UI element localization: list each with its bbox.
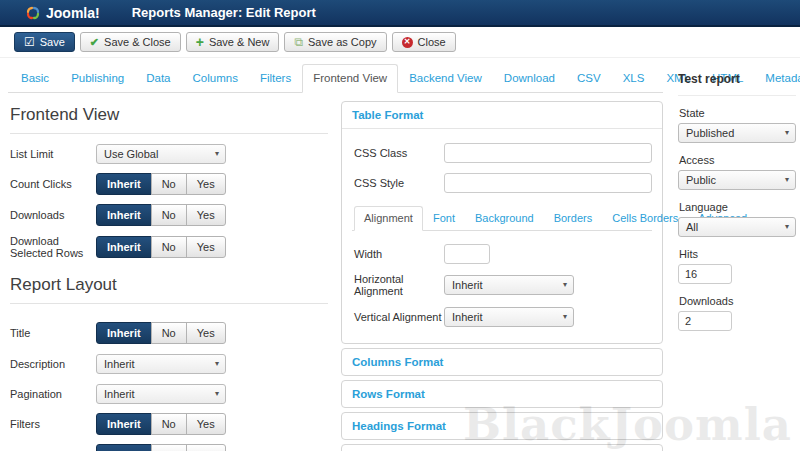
save-new-button[interactable]: + Save & New: [186, 32, 280, 52]
tab-basic[interactable]: Basic: [10, 64, 60, 93]
save-close-label: Save & Close: [104, 36, 171, 48]
joomla-logo-text: Joomla!: [46, 5, 100, 21]
tab-publishing[interactable]: Publishing: [60, 64, 135, 93]
top-navbar: Joomla! Reports Manager: Edit Report: [0, 0, 800, 27]
download-selected-rows-toggle: Inherit No Yes: [96, 236, 226, 258]
tab-xls[interactable]: XLS: [612, 64, 656, 93]
format-subtabs: Alignment Font Background Borders Cells …: [352, 206, 652, 231]
tab-columns[interactable]: Columns: [182, 64, 249, 93]
tab-frontend-view[interactable]: Frontend View: [302, 64, 398, 93]
css-style-input[interactable]: [444, 173, 652, 193]
description-value: Inherit: [104, 358, 135, 370]
save-new-label: Save & New: [209, 36, 270, 48]
chevron-down-icon: ▾: [785, 176, 789, 184]
title-yes-button[interactable]: Yes: [186, 322, 226, 344]
horizontal-alignment-select[interactable]: Inherit ▾: [444, 275, 574, 295]
chevron-down-icon: ▾: [785, 223, 789, 231]
width-input[interactable]: [444, 244, 490, 264]
tab-csv[interactable]: CSV: [566, 64, 612, 93]
width-label: Width: [352, 248, 444, 260]
headings-format-panel: Headings Format: [341, 412, 663, 440]
subtab-borders[interactable]: Borders: [544, 206, 603, 231]
count-clicks-row: Count Clicks Inherit No Yes: [8, 173, 328, 195]
row-numbers-row: Row Numbers Inherit No Yes: [8, 444, 328, 451]
filters-yes-button[interactable]: Yes: [186, 413, 226, 435]
tab-data[interactable]: Data: [135, 64, 181, 93]
content-area: Basic Publishing Data Columns Filters Fr…: [0, 58, 800, 451]
filters-toggle: Inherit No Yes: [96, 413, 226, 435]
tab-backend-view[interactable]: Backend View: [398, 64, 493, 93]
count-clicks-no-button[interactable]: No: [151, 173, 187, 195]
row-numbers-inherit-button[interactable]: Inherit: [96, 444, 152, 451]
vertical-alignment-row: Vertical Alignment Inherit ▾: [352, 306, 652, 327]
columns-format-header[interactable]: Columns Format: [342, 349, 662, 375]
table-format-body: CSS Class CSS Style Alignment Font Backg…: [342, 129, 662, 343]
row-numbers-no-button[interactable]: No: [151, 444, 187, 451]
pagination-row: Pagination Inherit ▾: [8, 383, 328, 404]
pagination-label: Pagination: [8, 388, 96, 400]
download-selected-rows-yes-button[interactable]: Yes: [186, 236, 226, 258]
list-limit-value: Use Global: [104, 148, 158, 160]
report-layout-heading: Report Layout: [10, 275, 328, 304]
state-value: Published: [686, 127, 734, 139]
tab-download[interactable]: Download: [493, 64, 566, 93]
hits-input[interactable]: [678, 264, 732, 284]
filters-label: Filters: [8, 418, 96, 430]
vertical-alignment-label: Vertical Alignment: [352, 311, 444, 323]
description-row: Description Inherit ▾: [8, 353, 328, 374]
downloads-inherit-button[interactable]: Inherit: [96, 204, 152, 226]
rows-format-header[interactable]: Rows Format: [342, 381, 662, 407]
description-select[interactable]: Inherit ▾: [96, 354, 226, 374]
save-close-button[interactable]: ✔ Save & Close: [80, 32, 181, 52]
save-copy-button[interactable]: ⧉ Save as Copy: [284, 32, 386, 52]
language-select[interactable]: All ▾: [678, 217, 796, 237]
access-select[interactable]: Public ▾: [678, 170, 796, 190]
download-selected-rows-row: Download Selected Rows Inherit No Yes: [8, 235, 328, 259]
filters-inherit-button[interactable]: Inherit: [96, 413, 152, 435]
subtab-alignment[interactable]: Alignment: [354, 206, 423, 231]
title-inherit-button[interactable]: Inherit: [96, 322, 152, 344]
tab-filters[interactable]: Filters: [249, 64, 302, 93]
downloads-row: Downloads Inherit No Yes: [8, 204, 328, 226]
subtab-font[interactable]: Font: [423, 206, 465, 231]
css-class-input[interactable]: [444, 143, 652, 163]
data-format-panel: Data Format: [341, 444, 663, 451]
count-clicks-inherit-button[interactable]: Inherit: [96, 173, 152, 195]
count-clicks-yes-button[interactable]: Yes: [186, 173, 226, 195]
check-icon: ✔: [90, 37, 99, 48]
row-numbers-yes-button[interactable]: Yes: [186, 444, 226, 451]
download-selected-rows-no-button[interactable]: No: [151, 236, 187, 258]
tab-bar: Basic Publishing Data Columns Filters Fr…: [8, 64, 663, 93]
close-icon: ✕: [402, 37, 413, 48]
table-format-panel: Table Format CSS Class CSS Style Alignme…: [341, 101, 663, 344]
save-button[interactable]: ☑ Save: [14, 32, 75, 52]
count-clicks-toggle: Inherit No Yes: [96, 173, 226, 195]
list-limit-select[interactable]: Use Global ▾: [96, 144, 226, 164]
headings-format-header[interactable]: Headings Format: [342, 413, 662, 439]
state-select[interactable]: Published ▾: [678, 123, 796, 143]
filters-no-button[interactable]: No: [151, 413, 187, 435]
chevron-down-icon: ▾: [785, 129, 789, 137]
copy-icon: ⧉: [294, 36, 303, 48]
subtab-background[interactable]: Background: [465, 206, 544, 231]
list-limit-row: List Limit Use Global ▾: [8, 143, 328, 164]
downloads-input[interactable]: [678, 311, 732, 331]
downloads-count-label: Downloads: [679, 295, 796, 307]
main-area: Basic Publishing Data Columns Filters Fr…: [8, 64, 663, 451]
pagination-select[interactable]: Inherit ▾: [96, 384, 226, 404]
access-label: Access: [679, 154, 796, 166]
title-no-button[interactable]: No: [151, 322, 187, 344]
joomla-logo: Joomla!: [25, 5, 100, 21]
title-toggle: Inherit No Yes: [96, 322, 226, 344]
close-button[interactable]: ✕ Close: [392, 32, 456, 52]
downloads-toggle: Inherit No Yes: [96, 204, 226, 226]
download-selected-rows-inherit-button[interactable]: Inherit: [96, 236, 152, 258]
data-format-header[interactable]: Data Format: [342, 445, 662, 451]
table-format-header[interactable]: Table Format: [342, 102, 662, 129]
close-label: Close: [418, 36, 446, 48]
vertical-alignment-select[interactable]: Inherit ▾: [444, 307, 574, 327]
downloads-yes-button[interactable]: Yes: [186, 204, 226, 226]
save-copy-label: Save as Copy: [308, 36, 376, 48]
title-row: Title Inherit No Yes: [8, 322, 328, 344]
downloads-no-button[interactable]: No: [151, 204, 187, 226]
